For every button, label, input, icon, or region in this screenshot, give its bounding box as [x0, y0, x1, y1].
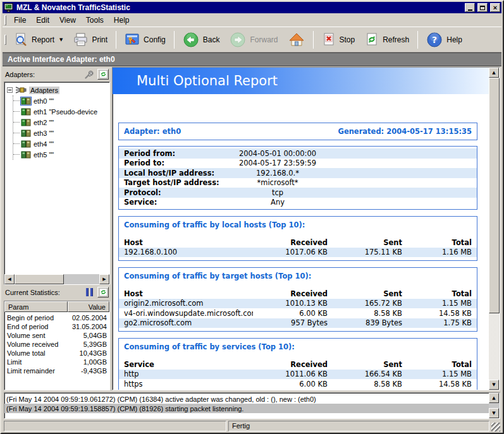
home-icon	[288, 32, 305, 47]
table-row: https 6.00 KB 8.58 KB 14.58 KB	[119, 379, 477, 389]
tree-item-eth2[interactable]: eth2 ""	[13, 117, 108, 128]
table-header-row: Service Received Sent Total	[119, 359, 477, 370]
maximize-button[interactable]	[477, 3, 488, 12]
cell-received: 1011.06 KB	[253, 370, 328, 380]
active-adapter-text: Active Interface Adapter: eth0	[8, 55, 115, 64]
wrench-icon[interactable]	[84, 69, 94, 80]
cell-sent: 175.11 KB	[328, 248, 402, 258]
table-header-row: Host Received Sent Total	[119, 238, 477, 248]
cell-service: https	[119, 379, 253, 389]
cell-total: 14.58 KB	[402, 379, 477, 389]
report-title: Multi Optional Report	[137, 73, 278, 88]
cell-received: 6.00 KB	[253, 308, 328, 318]
table-row: http 1011.06 KB 166.54 KB 1.15 MB	[119, 370, 477, 380]
help-button[interactable]: ? Help	[421, 29, 467, 51]
tree-root-adapters[interactable]: Adapters	[7, 85, 108, 95]
cell-host: v4-ori.windowsupdate.microsoft.com	[119, 308, 253, 318]
cell-service: http	[119, 370, 253, 380]
report-content: Multi Optional Report Adapter: eth0 Gene…	[113, 68, 489, 390]
cell-total: 1.15 MB	[402, 299, 477, 309]
menubar-grip[interactable]	[4, 15, 6, 25]
cell-total: 1.16 MB	[402, 248, 477, 258]
scroll-right-icon[interactable]: ▶	[99, 274, 109, 284]
help-label: Help	[446, 35, 462, 44]
scrollbar-track[interactable]	[15, 274, 99, 284]
cell-sent: 839 Bytes	[328, 318, 402, 329]
report-dropdown-arrow[interactable]: ▼	[59, 37, 63, 42]
adapter-tree: Adapters eth0 ""	[4, 81, 110, 285]
column-header-service: Service	[119, 359, 253, 370]
back-icon	[183, 32, 199, 48]
menu-help[interactable]: Help	[109, 15, 135, 26]
target-hosts-section: Consuming of traffic by target hosts (To…	[118, 267, 477, 332]
stat-row: End of period31.05.2004	[7, 322, 107, 331]
resize-grip[interactable]	[491, 423, 500, 431]
print-button[interactable]: Print	[68, 30, 113, 49]
stat-row: Volume total10,43GB	[7, 349, 107, 358]
log-vertical-scrollbar[interactable]: ▲ ▼	[489, 393, 500, 418]
scrollbar-thumb[interactable]	[489, 78, 500, 313]
menu-edit[interactable]: Edit	[31, 15, 54, 26]
scroll-down-icon[interactable]: ▼	[489, 380, 499, 390]
adapters-refresh-button[interactable]	[97, 69, 109, 80]
forward-button[interactable]: Forward	[224, 29, 283, 51]
report-vertical-scrollbar[interactable]: ▲ ▼	[489, 68, 500, 390]
stat-param: End of period	[7, 323, 72, 330]
column-header-param[interactable]: Param	[4, 301, 68, 312]
period-row: Protocol:tcp	[119, 188, 477, 198]
home-button[interactable]	[283, 30, 310, 50]
column-header-value[interactable]: Value	[68, 301, 109, 312]
minimize-button[interactable]	[465, 3, 475, 12]
log-line[interactable]: (Fri May 14 2004 09:59:19.061272) (CPM) …	[4, 394, 489, 404]
statistics-label: Current Statistics:	[5, 289, 83, 296]
cell-total: 1.15 MB	[402, 370, 477, 380]
stat-param: Begin of period	[7, 314, 72, 322]
tree-item-eth3[interactable]: eth3 ""	[13, 128, 108, 138]
cell-host: 192.168.0.100	[119, 248, 253, 258]
statistics-refresh-button[interactable]	[97, 287, 109, 298]
app-computer-icon	[4, 3, 14, 13]
scrollbar-track[interactable]	[489, 78, 500, 380]
log-lines: (Fri May 14 2004 09:59:19.061272) (CPM) …	[4, 393, 489, 418]
config-button[interactable]: Config	[120, 30, 171, 49]
scroll-up-icon[interactable]: ▲	[489, 393, 499, 403]
target-hosts-table: Host Received Sent Total origin2.microso…	[119, 289, 477, 328]
adapter-icon	[21, 97, 31, 105]
period-row: Period from:2004-05-01 00:00:00	[119, 148, 477, 159]
stop-button[interactable]: Stop	[317, 30, 360, 49]
table-row: go2.microsoft.com 957 Bytes 839 Bytes 1.…	[119, 318, 477, 329]
table-header-row: Host Received Sent Total	[119, 289, 477, 299]
menu-file[interactable]: File	[9, 15, 31, 26]
svg-text:?: ?	[432, 35, 437, 45]
column-header-total: Total	[402, 359, 477, 370]
pause-icon[interactable]	[86, 288, 93, 296]
stop-label: Stop	[340, 35, 355, 44]
tree-item-eth0[interactable]: eth0 ""	[13, 95, 108, 106]
menu-view[interactable]: View	[54, 15, 81, 26]
tree-item-eth5[interactable]: eth5 ""	[13, 149, 108, 160]
scrollbar-thumb[interactable]	[15, 274, 64, 284]
stat-row: Volume sent5,04GB	[7, 331, 107, 340]
close-button[interactable]: ×	[490, 3, 500, 12]
close-icon: ×	[493, 4, 497, 11]
back-button[interactable]: Back	[178, 29, 225, 51]
collapse-icon[interactable]	[7, 87, 13, 93]
tree-item-eth4[interactable]: eth4 ""	[13, 138, 108, 149]
log-line-selected[interactable]: (Fri May 14 2004 09:59:19.158857) (CPM) …	[4, 404, 489, 413]
stat-param: Limit remainder	[7, 367, 81, 375]
menu-tools[interactable]: Tools	[81, 15, 109, 26]
stat-param: Limit	[7, 358, 83, 366]
app-window: MZL & Novatech TrafficStatistic × File E…	[0, 0, 504, 434]
report-button[interactable]: Report ▼	[9, 30, 68, 49]
help-icon: ?	[426, 32, 443, 48]
stat-param: Volume received	[7, 341, 83, 348]
tree-horizontal-scrollbar[interactable]: ◀ ▶	[4, 274, 109, 284]
scroll-left-icon[interactable]: ◀	[4, 274, 15, 284]
toolbar-grip[interactable]	[4, 35, 6, 45]
network-icon	[15, 86, 27, 94]
status-text: Fertig	[232, 422, 250, 430]
scroll-down-icon[interactable]: ▼	[489, 408, 499, 418]
tree-item-eth1[interactable]: eth1 "Pseudo-device	[13, 106, 108, 117]
scroll-up-icon[interactable]: ▲	[489, 68, 499, 78]
refresh-button[interactable]: Refresh	[360, 30, 414, 49]
